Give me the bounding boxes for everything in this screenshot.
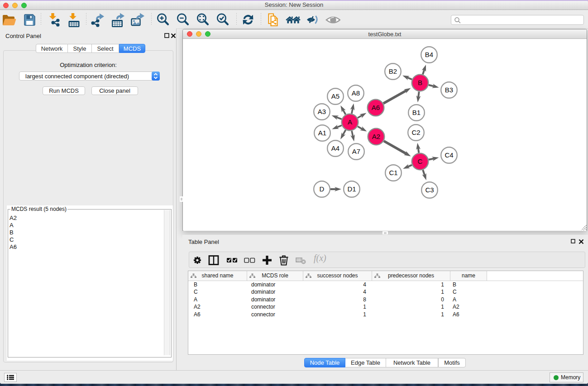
svg-text:A: A — [348, 118, 352, 126]
svg-text:D: D — [320, 185, 325, 193]
svg-text:A7: A7 — [352, 148, 360, 155]
svg-text:A5: A5 — [331, 92, 339, 100]
svg-text:B2: B2 — [389, 67, 397, 75]
svg-text:A3: A3 — [318, 108, 326, 115]
svg-text:A8: A8 — [352, 89, 360, 97]
svg-text:C2: C2 — [411, 129, 420, 136]
svg-text:B1: B1 — [412, 109, 421, 116]
svg-text:C: C — [418, 157, 423, 165]
svg-text:A6: A6 — [372, 104, 380, 111]
svg-text:A2: A2 — [372, 133, 380, 140]
svg-text:A4: A4 — [331, 144, 339, 152]
svg-text:C3: C3 — [425, 186, 434, 194]
svg-text:C4: C4 — [445, 151, 453, 159]
svg-text:D1: D1 — [347, 185, 356, 193]
svg-text:C1: C1 — [389, 169, 397, 176]
svg-text:A1: A1 — [318, 129, 326, 137]
svg-text:B4: B4 — [425, 51, 433, 58]
svg-text:B: B — [418, 79, 422, 86]
svg-text:B3: B3 — [445, 86, 453, 94]
